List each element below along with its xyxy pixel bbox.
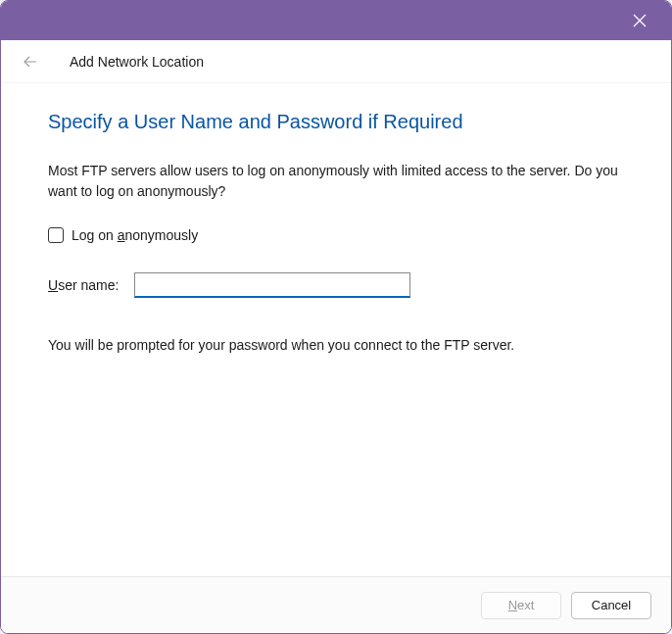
page-heading: Specify a User Name and Password if Requ…: [48, 111, 624, 133]
anonymous-checkbox[interactable]: [48, 227, 64, 243]
anonymous-checkbox-label: Log on anonymously: [72, 227, 198, 243]
wizard-window: Add Network Location Specify a User Name…: [0, 0, 672, 634]
next-button[interactable]: Next: [481, 592, 561, 619]
header-row: Add Network Location: [1, 40, 671, 83]
wizard-title: Add Network Location: [70, 54, 204, 70]
password-prompt-text: You will be prompted for your password w…: [48, 337, 624, 353]
footer: Next Cancel: [1, 576, 671, 633]
username-row: User name:: [48, 272, 624, 298]
username-input[interactable]: [134, 272, 410, 298]
cancel-button[interactable]: Cancel: [571, 592, 651, 619]
username-label: User name:: [48, 277, 134, 293]
intro-text: Most FTP servers allow users to log on a…: [48, 161, 624, 202]
anonymous-checkbox-row[interactable]: Log on anonymously: [48, 227, 624, 243]
back-button[interactable]: [19, 50, 42, 73]
close-icon: [633, 14, 647, 27]
titlebar: [1, 1, 671, 40]
close-button[interactable]: [620, 1, 659, 40]
back-arrow-icon: [23, 54, 38, 70]
content-area: Specify a User Name and Password if Requ…: [1, 83, 671, 576]
